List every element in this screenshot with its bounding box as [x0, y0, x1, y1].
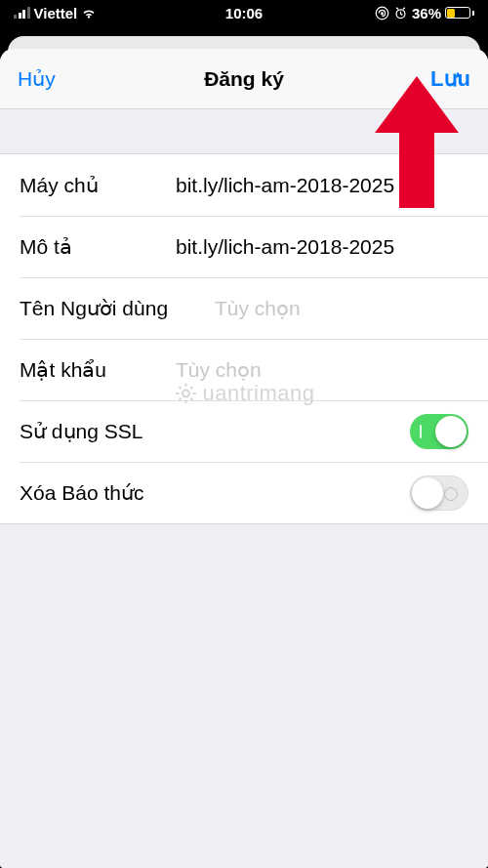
- ssl-toggle[interactable]: [410, 414, 468, 449]
- wifi-icon: [81, 7, 97, 19]
- username-row[interactable]: Tên Người dùng: [0, 277, 488, 339]
- battery-percent: 36%: [412, 5, 441, 21]
- carrier-label: Viettel: [34, 5, 78, 21]
- ssl-label: Sử dụng SSL: [20, 420, 244, 443]
- cancel-button[interactable]: Hủy: [18, 67, 56, 91]
- orientation-lock-icon: [375, 6, 389, 21]
- screen: Viettel 10:06 36% Hủy Đăng ký Lưu Máy ch…: [0, 0, 488, 868]
- remove-alarm-label: Xóa Báo thức: [20, 481, 244, 505]
- save-button[interactable]: Lưu: [430, 66, 470, 92]
- battery-icon: [445, 7, 474, 19]
- server-label: Máy chủ: [20, 174, 176, 197]
- server-input[interactable]: [176, 174, 468, 197]
- status-time: 10:06: [225, 5, 263, 21]
- password-row[interactable]: Mật khẩu: [0, 339, 488, 400]
- status-left: Viettel: [14, 5, 97, 21]
- remove-alarm-toggle[interactable]: [410, 475, 468, 511]
- description-input[interactable]: [176, 235, 468, 259]
- svg-rect-1: [381, 12, 384, 15]
- modal-sheet: Hủy Đăng ký Lưu Máy chủ Mô tả Tên Người …: [0, 49, 488, 868]
- nav-bar: Hủy Đăng ký Lưu: [0, 49, 488, 109]
- status-right: 36%: [375, 5, 474, 21]
- password-input[interactable]: [176, 358, 468, 382]
- server-row[interactable]: Máy chủ: [0, 154, 488, 216]
- username-label: Tên Người dùng: [20, 297, 215, 320]
- page-title: Đăng ký: [204, 67, 284, 91]
- ssl-row: Sử dụng SSL: [0, 400, 488, 462]
- password-label: Mật khẩu: [20, 358, 176, 382]
- section-gap: [0, 109, 488, 153]
- status-bar: Viettel 10:06 36%: [0, 0, 488, 25]
- username-input[interactable]: [215, 297, 470, 320]
- settings-list: Máy chủ Mô tả Tên Người dùng Mật khẩu Sử…: [0, 153, 488, 524]
- signal-icon: [14, 7, 30, 19]
- empty-area: [0, 556, 488, 868]
- description-label: Mô tả: [20, 235, 176, 259]
- remove-alarm-row: Xóa Báo thức: [0, 462, 488, 523]
- alarm-icon: [393, 6, 408, 21]
- description-row[interactable]: Mô tả: [0, 216, 488, 277]
